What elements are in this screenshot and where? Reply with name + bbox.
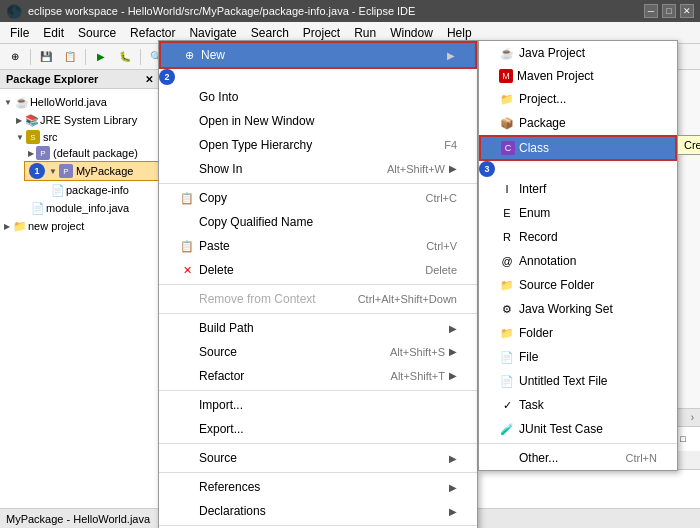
showin-right: Alt+Shift+W ▶ bbox=[367, 163, 457, 175]
source-folder-label: Source Folder bbox=[519, 278, 594, 292]
submenu-junit[interactable]: 🧪 JUnit Test Case bbox=[479, 417, 677, 441]
minimize-button[interactable]: ─ bbox=[644, 4, 658, 18]
submenu-enum[interactable]: E Enum bbox=[479, 201, 677, 225]
tree-label-pkginfo: package-info bbox=[66, 184, 129, 196]
ctx-import[interactable]: Import... bbox=[159, 393, 477, 417]
menu-navigate[interactable]: Navigate bbox=[183, 24, 242, 42]
ctx-open-hierarchy[interactable]: Open Type Hierarchy F4 bbox=[159, 133, 477, 157]
task-label: Task bbox=[519, 398, 544, 412]
menu-source[interactable]: Source bbox=[72, 24, 122, 42]
submenu-source-folder[interactable]: 📁 Source Folder bbox=[479, 273, 677, 297]
menu-file[interactable]: File bbox=[4, 24, 35, 42]
tree-item-newproject[interactable]: ▶ 📁 new project bbox=[0, 217, 159, 235]
export-icon bbox=[179, 421, 195, 437]
submenu-class[interactable]: C Class bbox=[479, 135, 677, 161]
ctx-declarations[interactable]: Declarations ▶ bbox=[159, 499, 477, 523]
java-project-label: Java Project bbox=[519, 46, 585, 60]
menu-window[interactable]: Window bbox=[384, 24, 439, 42]
tree-item-mypackage[interactable]: 1 ▼ P MyPackage bbox=[24, 161, 159, 181]
close-button[interactable]: ✕ bbox=[680, 4, 694, 18]
javaproj-icon: ☕ bbox=[499, 45, 515, 61]
tree-label-moduleinfo: module_info.java bbox=[46, 202, 129, 214]
save-all-button[interactable]: 📋 bbox=[59, 47, 81, 67]
ctx-open-window[interactable]: Open in New Window bbox=[159, 109, 477, 133]
step3-badge: 3 bbox=[479, 161, 495, 177]
ctx-copy-qualified[interactable]: Copy Qualified Name bbox=[159, 210, 477, 234]
right-bottom-arrow[interactable]: › bbox=[691, 412, 694, 423]
tree-item-moduleinfo[interactable]: 📄 module_info.java bbox=[24, 199, 159, 217]
tree-item-jre[interactable]: ▶ 📚 JRE System Library bbox=[12, 111, 159, 129]
maven-icon: M bbox=[499, 69, 513, 83]
ctx-source2[interactable]: Source ▶ bbox=[159, 446, 477, 470]
tree-item-src[interactable]: ▼ S src bbox=[12, 129, 159, 145]
refactor-right: Alt+Shift+T ▶ bbox=[371, 370, 457, 382]
submenu-task[interactable]: ✓ Task bbox=[479, 393, 677, 417]
tree-label-newproject: new project bbox=[28, 220, 84, 232]
ctx-paste[interactable]: 📋 Paste Ctrl+V bbox=[159, 234, 477, 258]
buildpath-arrow: ▶ bbox=[449, 323, 457, 334]
ctx-references[interactable]: References ▶ bbox=[159, 475, 477, 499]
menu-run[interactable]: Run bbox=[348, 24, 382, 42]
save-button[interactable]: 💾 bbox=[35, 47, 57, 67]
ctx-delete[interactable]: ✕ Delete Delete bbox=[159, 258, 477, 282]
refactor-arrow: ▶ bbox=[449, 370, 457, 382]
ctx-source[interactable]: Source Alt+Shift+S ▶ bbox=[159, 340, 477, 364]
submenu-java-project[interactable]: ☕ Java Project bbox=[479, 41, 677, 65]
tree-item-pkginfo[interactable]: 📄 package-info bbox=[36, 181, 159, 199]
delete-label: Delete bbox=[199, 263, 234, 277]
menu-refactor[interactable]: Refactor bbox=[124, 24, 181, 42]
untitledleft: 📄 Untitled Text File bbox=[499, 373, 607, 389]
ctx-copy[interactable]: 📋 Copy Ctrl+C bbox=[159, 186, 477, 210]
jws-icon: ⚙ bbox=[499, 301, 515, 317]
file-icon: 📄 bbox=[499, 349, 515, 365]
decl-left: Declarations bbox=[179, 503, 266, 519]
new-label-left: ⊕ New bbox=[181, 47, 225, 63]
delete-shortcut: Delete bbox=[425, 264, 457, 276]
submenu-package[interactable]: 📦 Package bbox=[479, 111, 677, 135]
submenu-java-working-set[interactable]: ⚙ Java Working Set bbox=[479, 297, 677, 321]
classleft: C Class bbox=[501, 141, 549, 155]
menu-search[interactable]: Search bbox=[245, 24, 295, 42]
submenu-maven-project[interactable]: M Maven Project bbox=[479, 65, 677, 87]
menu-help[interactable]: Help bbox=[441, 24, 478, 42]
recordleft: R Record bbox=[499, 229, 558, 245]
submenu-untitled-text[interactable]: 📄 Untitled Text File bbox=[479, 369, 677, 393]
maximize-button[interactable]: □ bbox=[662, 4, 676, 18]
ctx-build-path[interactable]: Build Path ▶ bbox=[159, 316, 477, 340]
toolbar-separator-2 bbox=[85, 49, 86, 65]
ctx-show-in[interactable]: Show In Alt+Shift+W ▶ bbox=[159, 157, 477, 181]
paste-shortcut: Ctrl+V bbox=[426, 240, 457, 252]
tree-item-default-pkg[interactable]: ▶ P (default package) bbox=[24, 145, 159, 161]
submenu-interface[interactable]: I Interf bbox=[479, 177, 677, 201]
new-button[interactable]: ⊕ bbox=[4, 47, 26, 67]
ctx-goto[interactable]: Go Into bbox=[159, 85, 477, 109]
copyq-left: Copy Qualified Name bbox=[179, 214, 313, 230]
untitled-text-label: Untitled Text File bbox=[519, 374, 607, 388]
submenu-folder[interactable]: 📁 Folder bbox=[479, 321, 677, 345]
submenu-file[interactable]: 📄 File bbox=[479, 345, 677, 369]
openwin-icon bbox=[179, 113, 195, 129]
ctx-new[interactable]: ⊕ New ▶ bbox=[159, 41, 477, 69]
junit-icon: 🧪 bbox=[499, 421, 515, 437]
source-label: Source bbox=[199, 345, 237, 359]
copy-label: Copy bbox=[199, 191, 227, 205]
debug-button[interactable]: 🐛 bbox=[114, 47, 136, 67]
ctx-sep7 bbox=[159, 525, 477, 526]
copy-qualified-label: Copy Qualified Name bbox=[199, 215, 313, 229]
submenu-project[interactable]: 📁 Project... bbox=[479, 87, 677, 111]
submenu-record[interactable]: R Record bbox=[479, 225, 677, 249]
source-icon bbox=[179, 344, 195, 360]
tree-label-mypackage: MyPackage bbox=[76, 165, 133, 177]
submenu-other[interactable]: Other... Ctrl+N bbox=[479, 446, 677, 470]
submenu-annotation[interactable]: @ Annotation bbox=[479, 249, 677, 273]
paste-label: Paste bbox=[199, 239, 230, 253]
tree-item-helloworld[interactable]: ▼ ☕ HelloWorld.java bbox=[0, 93, 159, 111]
menu-project[interactable]: Project bbox=[297, 24, 346, 42]
menu-edit[interactable]: Edit bbox=[37, 24, 70, 42]
remove-shortcut: Ctrl+Alt+Shift+Down bbox=[358, 293, 457, 305]
showin-shortcut: Alt+Shift+W bbox=[387, 163, 445, 175]
ctx-refactor[interactable]: Refactor Alt+Shift+T ▶ bbox=[159, 364, 477, 388]
delete-icon: ✕ bbox=[179, 262, 195, 278]
run-button[interactable]: ▶ bbox=[90, 47, 112, 67]
ctx-export[interactable]: Export... bbox=[159, 417, 477, 441]
